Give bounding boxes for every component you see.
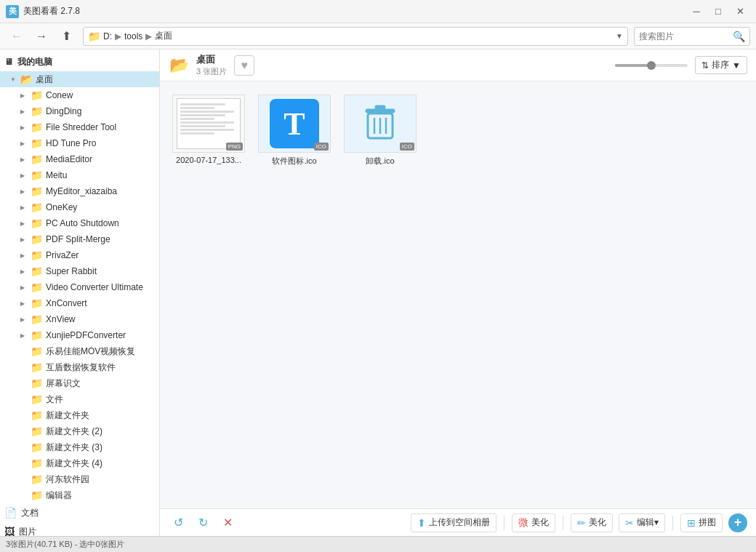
- search-bar[interactable]: 🔍: [634, 27, 750, 46]
- search-icon[interactable]: 🔍: [733, 31, 745, 42]
- sidebar-label-leyijia: 乐易佳能MOV视频恢复: [46, 345, 135, 358]
- sidebar-item-pdfsplit[interactable]: ▶ 📁 PDF Split-Merge: [0, 231, 159, 247]
- sidebar-item-leyijia[interactable]: 📁 乐易佳能MOV视频恢复: [0, 343, 159, 359]
- documents-label: 文档: [21, 507, 39, 519]
- forward-nav-button[interactable]: ↻: [193, 513, 212, 532]
- close-button[interactable]: ✕: [730, 4, 750, 20]
- sidebar-item-hudun[interactable]: 📁 互盾数据恢复软件: [0, 359, 159, 375]
- pictures-label: 图片: [19, 526, 36, 537]
- folder-icon: 📁: [31, 185, 43, 197]
- sidebar-item-privazer[interactable]: ▶ 📁 PrivaZer: [0, 247, 159, 263]
- file-name-t: 软件图标.ico: [272, 156, 316, 167]
- file-item-png[interactable]: PNG 2020-07-17_133...: [169, 90, 249, 171]
- sidebar-item-myeditor[interactable]: ▶ 📁 MyEditor_xiazaiba: [0, 183, 159, 199]
- sidebar-item-documents[interactable]: 📄 文档: [0, 503, 159, 522]
- sidebar-item-xnconvert[interactable]: ▶ 📁 XnConvert: [0, 295, 159, 311]
- upload-to-album-button[interactable]: ⬆ 上传到空间相册: [411, 513, 496, 532]
- sidebar-item-superrabbit[interactable]: ▶ 📁 Super Rabbit: [0, 263, 159, 279]
- address-drive: D:: [103, 31, 112, 41]
- weibo-icon: 微: [518, 516, 528, 529]
- address-bar[interactable]: 📁 D: ▶ tools ▶ 桌面 ▼: [83, 27, 628, 46]
- maximize-button[interactable]: □: [708, 4, 728, 20]
- expand-arrow: ▶: [20, 300, 29, 307]
- sidebar-item-hdtune[interactable]: ▶ 📁 HD Tune Pro: [0, 135, 159, 151]
- sidebar-label-myeditor: MyEditor_xiazaiba: [46, 186, 117, 196]
- preview-line: [180, 132, 214, 135]
- forward-button[interactable]: →: [31, 27, 52, 46]
- sidebar-item-xinjian2[interactable]: 📁 新建文件夹 (2): [0, 423, 159, 439]
- upload-button[interactable]: ⬆: [55, 27, 77, 46]
- sidebar-item-xunjiepdf[interactable]: ▶ 📁 XunjiePDFConverter: [0, 327, 159, 343]
- upload-icon: ⬆: [417, 517, 426, 529]
- zoom-slider[interactable]: [615, 64, 688, 67]
- sort-icon: ⇅: [701, 60, 709, 71]
- folder-icon: 📁: [31, 393, 43, 405]
- sidebar-label-bianji: 编辑器: [46, 489, 72, 502]
- mycomputer-label: 我的电脑: [17, 56, 52, 68]
- sidebar-item-pcshutdown[interactable]: ▶ 📁 PC Auto Shutdown: [0, 215, 159, 231]
- expand-arrow: ▶: [20, 188, 29, 195]
- folder-icon: 📁: [31, 473, 43, 485]
- preview-line: [180, 118, 214, 120]
- slider-track[interactable]: [615, 64, 688, 67]
- favorite-button[interactable]: ♥: [234, 55, 254, 76]
- file-item-t-icon[interactable]: T ICO 软件图标.ico: [254, 90, 334, 171]
- sidebar-item-fileshredder[interactable]: ▶ 📁 File Shredder Tool: [0, 119, 159, 135]
- sidebar-label-meitu: Meitu: [46, 170, 67, 180]
- search-input[interactable]: [639, 31, 730, 41]
- sidebar-item-pingmu[interactable]: 📁 屏幕识文: [0, 375, 159, 391]
- svg-rect-0: [366, 109, 395, 113]
- stop-button[interactable]: ✕: [218, 513, 237, 532]
- add-button[interactable]: +: [728, 513, 747, 532]
- address-dropdown-icon[interactable]: ▼: [616, 32, 623, 40]
- main-area: 🖥 我的电脑 ▼ 📂 桌面 ▶ 📁 Conew ▶ 📁 DingDing ▶ 📁…: [0, 49, 756, 536]
- address-sep2: ▶: [145, 31, 152, 41]
- edit-label: 编辑▾: [637, 516, 659, 529]
- minimize-button[interactable]: ─: [686, 4, 707, 20]
- sidebar-item-hedong[interactable]: 📁 河东软件园: [0, 471, 159, 487]
- sidebar-item-pictures[interactable]: 🖼 图片: [0, 522, 159, 536]
- file-type-badge: PNG: [226, 143, 243, 151]
- sidebar-label-wenjian: 文件: [46, 393, 63, 406]
- sidebar-item-desktop[interactable]: ▼ 📂 桌面: [0, 71, 159, 87]
- folder-icon: 📁: [31, 377, 43, 389]
- address-folder1: tools: [124, 31, 142, 41]
- folder-icon: 📁: [31, 89, 43, 101]
- sidebar-item-bianji[interactable]: 📁 编辑器: [0, 487, 159, 503]
- slider-thumb[interactable]: [647, 61, 656, 70]
- expand-arrow: ▶: [20, 140, 29, 147]
- sidebar-item-xnview[interactable]: ▶ 📁 XnView: [0, 311, 159, 327]
- stitch-button[interactable]: ⊞ 拼图: [680, 513, 723, 532]
- sidebar-label-pingmu: 屏幕识文: [46, 377, 81, 390]
- folder-icon: 📁: [31, 105, 43, 117]
- png-preview: [177, 98, 241, 149]
- refresh-button[interactable]: ↺: [169, 513, 188, 532]
- weibo-button[interactable]: 微 美化: [512, 513, 555, 532]
- stitch-label: 拼图: [699, 516, 716, 529]
- file-type-badge: ICO: [314, 143, 329, 151]
- back-button[interactable]: ←: [6, 27, 28, 46]
- sidebar-label-xinjian2: 新建文件夹 (2): [46, 425, 102, 438]
- sidebar-item-dingding[interactable]: ▶ 📁 DingDing: [0, 103, 159, 119]
- file-item-trash-icon[interactable]: ICO 卸载.ico: [340, 90, 420, 171]
- sidebar-item-mycomputer[interactable]: 🖥 我的电脑: [0, 52, 159, 71]
- enhance-button[interactable]: ✏ 美化: [571, 513, 613, 532]
- edit-button[interactable]: ✂ 编辑▾: [619, 513, 665, 532]
- sort-button[interactable]: ⇅ 排序 ▼: [695, 56, 747, 74]
- sidebar-item-conew[interactable]: ▶ 📁 Conew: [0, 87, 159, 103]
- preview-line: [180, 107, 214, 109]
- sidebar-item-xinjian3[interactable]: 📁 新建文件夹 (3): [0, 439, 159, 455]
- sidebar-item-meitu[interactable]: ▶ 📁 Meitu: [0, 167, 159, 183]
- status-text: 3张图片(40.71 KB) - 选中0张图片: [6, 539, 124, 550]
- sidebar-item-mediaeditor[interactable]: ▶ 📁 MediaEditor: [0, 151, 159, 167]
- sidebar-item-xinjian1[interactable]: 📁 新建文件夹: [0, 407, 159, 423]
- expand-arrow: ▶: [20, 332, 29, 339]
- folder-icon: 📁: [31, 201, 43, 213]
- sidebar-item-onekey[interactable]: ▶ 📁 OneKey: [0, 199, 159, 215]
- sidebar-item-xinjian4[interactable]: 📁 新建文件夹 (4): [0, 455, 159, 471]
- sidebar-item-videoconverter[interactable]: ▶ 📁 Video Converter Ultimate: [0, 279, 159, 295]
- expand-arrow: ▶: [20, 92, 29, 99]
- svg-rect-1: [375, 105, 385, 109]
- sidebar-item-wenjian[interactable]: 📁 文件: [0, 391, 159, 407]
- window-controls: ─ □ ✕: [686, 4, 750, 20]
